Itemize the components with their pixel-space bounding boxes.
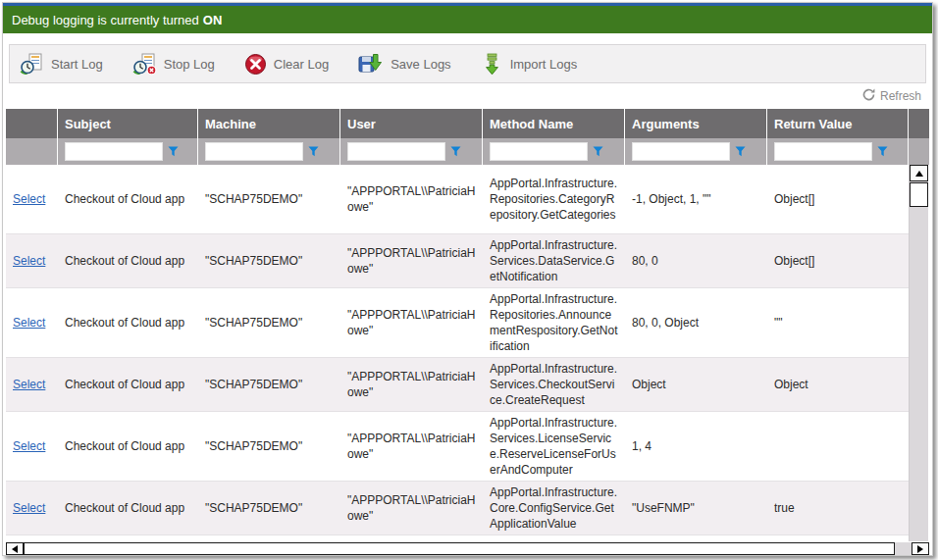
- filter-cell-machine: [198, 138, 340, 165]
- method-name-cell: AppPortal.Infrastructure.Services.DataSe…: [483, 234, 625, 287]
- machine-cell: "SCHAP75DEMO": [198, 288, 340, 357]
- log-toolbar: Start Log Stop Log: [9, 44, 926, 83]
- filter-cell-arguments: [625, 138, 767, 165]
- clear-log-label: Clear Log: [274, 57, 329, 72]
- arguments-cell: 1, 4: [625, 412, 767, 481]
- table-row: Select Checkout of Cloud app "SCHAP75DEM…: [6, 288, 909, 358]
- filter-input-method-name[interactable]: [490, 142, 588, 161]
- column-header-return-value[interactable]: Return Value: [767, 109, 909, 138]
- filter-icon[interactable]: [308, 143, 319, 161]
- user-cell: "APPPORTAL\\PatriciaHowe": [340, 234, 483, 287]
- user-cell: "APPPORTAL\\PatriciaHowe": [340, 165, 483, 233]
- table-row: Select Checkout of Cloud app "SCHAP75DEM…: [6, 412, 909, 482]
- filter-input-machine[interactable]: [205, 142, 303, 161]
- refresh-label: Refresh: [880, 89, 921, 103]
- filter-cell-subject: [58, 138, 198, 165]
- return-value-cell: Object[]: [767, 165, 909, 233]
- return-value-cell: "": [767, 288, 909, 357]
- filter-icon[interactable]: [735, 143, 746, 161]
- banner-text: Debug logging is currently turned: [12, 13, 199, 27]
- user-cell: "APPPORTAL\\PatriciaHowe": [340, 358, 483, 411]
- subject-cell: Checkout of Cloud app: [58, 234, 198, 287]
- filter-icon[interactable]: [877, 143, 888, 161]
- table-rows: Select Checkout of Cloud app "SCHAP75DEM…: [6, 165, 909, 541]
- debug-status-banner: Debug logging is currently turned ON: [3, 6, 932, 33]
- filter-icon[interactable]: [593, 143, 603, 161]
- filter-cell-spacer: [909, 138, 929, 165]
- up-arrow-icon: [915, 171, 923, 177]
- stop-log-button[interactable]: Stop Log: [132, 53, 215, 76]
- filter-row: [6, 138, 929, 165]
- right-arrow-icon: [917, 545, 923, 553]
- select-link[interactable]: Select: [13, 315, 45, 331]
- debug-log-window: Debug logging is currently turned ON Sta…: [2, 2, 933, 556]
- filter-cell-select: [6, 138, 58, 165]
- import-logs-icon: [481, 53, 503, 76]
- method-name-cell: AppPortal.Infrastructure.Repositories.An…: [483, 288, 625, 357]
- import-logs-button[interactable]: Import Logs: [481, 53, 578, 76]
- start-log-label: Start Log: [51, 57, 103, 72]
- subject-cell: Checkout of Cloud app: [58, 288, 198, 357]
- user-cell: "APPPORTAL\\PatriciaHowe": [340, 412, 483, 481]
- scroll-left-button[interactable]: [6, 542, 24, 555]
- import-logs-label: Import Logs: [510, 57, 578, 72]
- horizontal-scroll-track[interactable]: [895, 542, 912, 555]
- row-select-cell: Select: [6, 412, 58, 481]
- column-header-spacer: [909, 109, 929, 138]
- machine-cell: "SCHAP75DEMO": [198, 234, 340, 287]
- refresh-button[interactable]: Refresh: [862, 88, 921, 104]
- return-value-cell: Object[]: [767, 234, 909, 287]
- arguments-cell: "UseFNMP": [625, 482, 767, 535]
- scroll-right-button[interactable]: [912, 542, 929, 555]
- column-header-machine[interactable]: Machine: [198, 109, 340, 138]
- vertical-scroll-thumb[interactable]: [910, 182, 928, 207]
- user-cell: "APPPORTAL\\PatriciaHowe": [340, 288, 483, 357]
- filter-input-return-value[interactable]: [774, 142, 872, 161]
- select-link[interactable]: Select: [13, 438, 45, 454]
- column-header-arguments[interactable]: Arguments: [625, 109, 767, 138]
- column-header-subject[interactable]: Subject: [58, 109, 198, 138]
- vertical-scrollbar[interactable]: [909, 165, 928, 541]
- horizontal-scrollbar[interactable]: [6, 541, 929, 555]
- machine-cell: "SCHAP75DEMO": [198, 165, 340, 233]
- machine-cell: "SCHAP75DEMO": [198, 482, 340, 535]
- select-link[interactable]: Select: [13, 377, 45, 392]
- column-header-method-name[interactable]: Method Name: [483, 109, 625, 138]
- clear-log-icon: [244, 53, 267, 76]
- filter-input-arguments[interactable]: [632, 142, 730, 161]
- stop-log-icon: [132, 53, 157, 76]
- table-row: Select Checkout of Cloud app "SCHAP75DEM…: [6, 482, 909, 535]
- arguments-cell: 80, 0: [625, 234, 767, 287]
- filter-cell-return-value: [767, 138, 909, 165]
- horizontal-scroll-thumb[interactable]: [24, 542, 895, 555]
- return-value-cell: Object: [767, 358, 909, 411]
- row-select-cell: Select: [6, 358, 58, 411]
- filter-input-user[interactable]: [347, 142, 445, 161]
- save-logs-icon: [358, 53, 384, 76]
- filter-cell-user: [340, 138, 483, 165]
- clear-log-button[interactable]: Clear Log: [244, 53, 329, 76]
- select-link[interactable]: Select: [13, 191, 45, 207]
- left-arrow-icon: [12, 545, 18, 553]
- column-header-user[interactable]: User: [340, 109, 483, 138]
- table-row: Select Checkout of Cloud app "SCHAP75DEM…: [6, 165, 909, 234]
- save-logs-button[interactable]: Save Logs: [358, 53, 450, 76]
- save-logs-label: Save Logs: [391, 57, 450, 72]
- method-name-cell: AppPortal.Infrastructure.Core.ConfigServ…: [483, 482, 625, 535]
- filter-icon[interactable]: [450, 143, 461, 161]
- filter-cell-method-name: [483, 138, 625, 165]
- start-log-icon: [20, 53, 44, 76]
- refresh-icon: [862, 88, 875, 104]
- filter-input-subject[interactable]: [65, 142, 163, 161]
- subject-cell: Checkout of Cloud app: [58, 358, 198, 411]
- filter-icon[interactable]: [168, 143, 179, 161]
- scroll-up-button[interactable]: [910, 165, 928, 181]
- row-select-cell: Select: [6, 234, 58, 287]
- banner-state: ON: [203, 13, 223, 27]
- row-select-cell: Select: [6, 165, 58, 233]
- start-log-button[interactable]: Start Log: [20, 53, 103, 76]
- refresh-bar: Refresh: [6, 83, 929, 109]
- select-link[interactable]: Select: [13, 253, 45, 269]
- machine-cell: "SCHAP75DEMO": [198, 358, 340, 411]
- select-link[interactable]: Select: [13, 500, 45, 516]
